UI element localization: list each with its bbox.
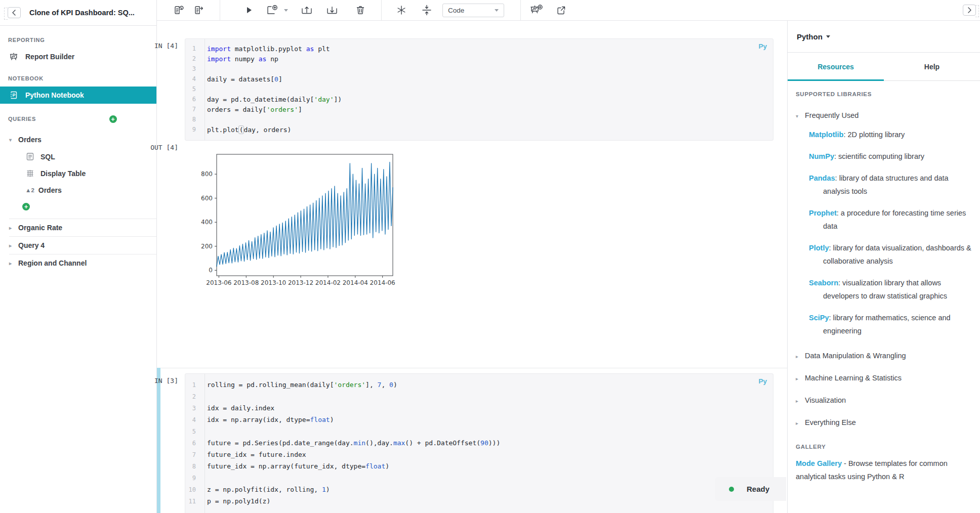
query-child-display-table[interactable]: Display Table: [0, 165, 156, 182]
line-number: 9: [185, 475, 200, 482]
svg-text:2013-06: 2013-06: [206, 279, 231, 286]
code-cell[interactable]: Py 1rolling = pd.rolling_mean(daily['ord…: [185, 373, 773, 513]
library-group-label: Everything Else: [805, 418, 856, 426]
line-number: 3: [185, 405, 200, 412]
svg-text:P: P: [12, 93, 15, 98]
caret-right-icon: ▸: [793, 420, 805, 426]
sidebar-item-report-builder[interactable]: Report Builder: [0, 48, 156, 65]
kernel-selector[interactable]: Python: [788, 21, 980, 53]
cell-section-divider: [157, 368, 787, 368]
queries-section-header: QUERIES +: [0, 114, 156, 124]
merge-cells-button[interactable]: [418, 3, 435, 18]
add-query-button[interactable]: +: [109, 115, 117, 123]
svg-text:200: 200: [201, 243, 213, 250]
code-line: 9plt.plot(day, orders): [185, 124, 773, 135]
code-line: 6day = pd.to_datetime(daily['day']): [185, 94, 773, 104]
toolbar-separator: [220, 0, 220, 21]
caret-down-icon: ▾: [793, 113, 805, 119]
insert-cell-below-button[interactable]: [323, 3, 341, 18]
report-builder-icon: [9, 52, 18, 61]
export-notebook-button[interactable]: [190, 3, 208, 18]
query-child-label: SQL: [40, 153, 55, 161]
library-group-machine-learning-statistics[interactable]: ▸Machine Learning & Statistics: [793, 374, 975, 382]
left-sidebar: Clone of KPI Dashboard: SQ... REPORTING …: [0, 0, 157, 513]
query-child-orders[interactable]: ▲2Orders: [0, 182, 156, 198]
query-child-label: Orders: [38, 186, 62, 194]
library-link-matplotlib[interactable]: Matplotlib: [809, 131, 843, 139]
code-text: z = np.polyfit(idx, rolling, 1): [207, 486, 330, 493]
add-chart-to-report-button[interactable]: [528, 3, 545, 18]
query-group-query-4[interactable]: ▸Query 4: [0, 237, 156, 254]
line-number: 4: [185, 416, 200, 423]
code-cell[interactable]: Py 1import matplotlib.pyplot as plt2impo…: [185, 38, 773, 141]
library-link-prophet[interactable]: Prophet: [809, 209, 837, 217]
query-child-sql[interactable]: SQL: [0, 148, 156, 165]
line-number: 6: [185, 96, 200, 103]
gallery-blurb: Mode Gallery - Browse templates for comm…: [793, 457, 975, 483]
line-number: 8: [185, 116, 200, 123]
query-group-region-and-channel[interactable]: ▸Region and Channel: [0, 254, 156, 272]
code-text: future_idx = np.array(future_idx, dtype=…: [207, 462, 389, 470]
notebook-section-header: NOTEBOOK: [0, 75, 156, 81]
query-group-organic-rate[interactable]: ▸Organic Rate: [0, 219, 156, 236]
status-dot-icon: [729, 487, 734, 492]
sidebar-header: Clone of KPI Dashboard: SQ...: [0, 0, 156, 26]
svg-text:2014-04: 2014-04: [343, 279, 368, 286]
library-link-scipy[interactable]: SciPy: [809, 314, 829, 322]
library-item: Prophet: a procedure for forecasting tim…: [809, 206, 975, 233]
toolbar-separator: [381, 0, 382, 21]
code-text: daily = datasets[0]: [207, 75, 282, 83]
tab-resources[interactable]: Resources: [788, 53, 884, 80]
code-text: idx = np.array(idx, dtype=float): [207, 416, 334, 423]
caret-right-icon: ▸: [9, 261, 18, 266]
query-group-orders[interactable]: ▾Orders: [0, 131, 156, 148]
library-link-plotly[interactable]: Plotly: [809, 244, 829, 252]
library-group-everything-else[interactable]: ▸Everything Else: [793, 418, 975, 426]
code-line: 8: [185, 114, 773, 124]
report-title: Clone of KPI Dashboard: SQ...: [29, 9, 135, 17]
open-external-button[interactable]: [552, 3, 569, 18]
tab-help[interactable]: Help: [884, 53, 980, 80]
library-link-pandas[interactable]: Pandas: [809, 174, 835, 182]
code-text: future_idx = future.index: [207, 451, 306, 458]
add-cell-button[interactable]: [265, 3, 289, 18]
library-item: Plotly: library for data visualization, …: [809, 241, 975, 268]
code-line: 1rolling = pd.rolling_mean(daily['orders…: [185, 379, 773, 391]
line-number: 1: [185, 45, 200, 52]
svg-text:2013-12: 2013-12: [288, 279, 313, 286]
line-number: 5: [185, 428, 200, 435]
library-group-label: Frequently Used: [805, 111, 859, 119]
insert-cell-above-button[interactable]: [298, 3, 315, 18]
sidebar-item-python-notebook[interactable]: P Python Notebook: [0, 87, 156, 104]
library-group-visualization[interactable]: ▸Visualization: [793, 396, 975, 404]
caret-right-icon: ▸: [9, 243, 18, 248]
line-number: 2: [185, 55, 200, 62]
library-description: : library for data visualization, dashbo…: [823, 244, 971, 265]
cell-type-value: Code: [448, 7, 464, 14]
line-number: 2: [185, 393, 200, 400]
cell-out-label: OUT [4]: [138, 144, 178, 151]
library-link-numpy[interactable]: NumPy: [809, 152, 834, 160]
kernel-status-badge: Ready: [715, 477, 786, 501]
cell-type-dropdown[interactable]: Code: [442, 4, 504, 17]
svg-text:2014-02: 2014-02: [315, 279, 341, 286]
collapse-right-panel-button[interactable]: [963, 5, 976, 16]
delete-cell-button[interactable]: [352, 3, 369, 18]
restart-kernel-icon[interactable]: [393, 3, 410, 18]
svg-text:400: 400: [201, 219, 213, 226]
add-notebook-query-button[interactable]: +: [22, 203, 30, 210]
code-line: 4idx = np.array(idx, dtype=float): [185, 414, 773, 425]
library-link-seaborn[interactable]: Seaborn: [809, 279, 838, 287]
refresh-queries-button[interactable]: [170, 3, 187, 18]
mode-gallery-link[interactable]: Mode Gallery: [796, 459, 842, 467]
svg-text:2013-10: 2013-10: [261, 279, 286, 286]
library-item: NumPy: scientific computing library: [809, 150, 975, 163]
library-group-frequently-used[interactable]: ▾Frequently Used: [793, 111, 975, 119]
query-group-label: Region and Channel: [18, 259, 87, 267]
svg-text:2013-08: 2013-08: [233, 279, 259, 286]
matplotlib-output-chart: 02004006008002013-062013-082013-102013-1…: [197, 151, 400, 290]
library-group-data-manipulation-wrangling[interactable]: ▸Data Manipulation & Wrangling: [793, 352, 975, 360]
run-cell-button[interactable]: [240, 3, 258, 18]
selected-cell-indicator: [157, 368, 160, 513]
collapse-left-panel-button[interactable]: [8, 7, 21, 18]
